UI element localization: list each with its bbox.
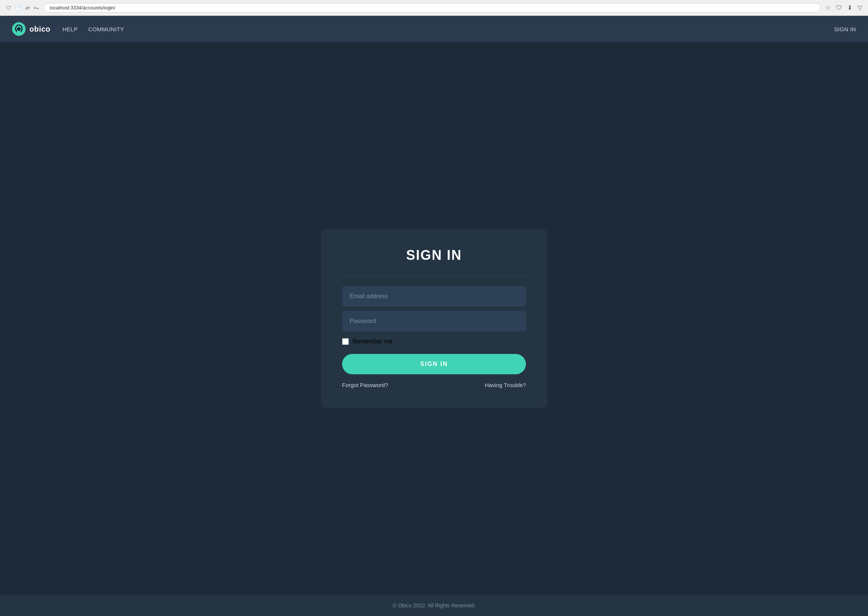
community-link[interactable]: COMMUNITY bbox=[88, 26, 124, 32]
download-icon[interactable]: ⬇ bbox=[847, 4, 852, 11]
key-icon: 🗝 bbox=[33, 5, 39, 11]
nav-links: HELP COMMUNITY bbox=[63, 26, 124, 32]
navbar-signin-link[interactable]: SIGN IN bbox=[834, 26, 856, 32]
menu-icon[interactable]: ▽ bbox=[857, 4, 862, 11]
navbar: obico HELP COMMUNITY SIGN IN bbox=[0, 16, 868, 42]
remember-me-label[interactable]: Remember me bbox=[342, 338, 526, 345]
logo-area[interactable]: obico bbox=[12, 22, 50, 36]
footer: © Obico 2022. All Rights Reserved. bbox=[0, 595, 868, 616]
logo-text: obico bbox=[29, 25, 50, 33]
card-divider bbox=[342, 275, 526, 276]
footer-copyright: © Obico 2022. All Rights Reserved. bbox=[8, 602, 860, 608]
email-input[interactable] bbox=[342, 286, 526, 306]
browser-chrome: 🛡 📄 ⇄ 🗝 localhost:3334/accounts/login/ ☆… bbox=[0, 0, 868, 16]
password-input[interactable] bbox=[342, 311, 526, 332]
forgot-password-link[interactable]: Forgot Password? bbox=[342, 382, 388, 388]
navbar-left: obico HELP COMMUNITY bbox=[12, 22, 124, 36]
signin-card: SIGN IN Remember me SIGN IN Forgot Passw… bbox=[321, 229, 547, 408]
email-form-group bbox=[342, 286, 526, 306]
remember-me-checkbox[interactable] bbox=[342, 338, 349, 345]
browser-security-icons: 🛡 📄 ⇄ 🗝 bbox=[6, 5, 39, 11]
signin-button[interactable]: SIGN IN bbox=[342, 354, 526, 374]
tab-icon: 📄 bbox=[15, 5, 22, 11]
signin-title: SIGN IN bbox=[342, 247, 526, 263]
pocket-icon[interactable]: 🛡 bbox=[836, 5, 842, 11]
shield-icon: 🛡 bbox=[6, 5, 11, 11]
password-form-group bbox=[342, 311, 526, 332]
connections-icon: ⇄ bbox=[25, 5, 30, 11]
browser-right-icons: ☆ 🛡 ⬇ ▽ bbox=[825, 4, 862, 11]
address-bar[interactable]: localhost:3334/accounts/login/ bbox=[43, 3, 821, 13]
url-text: localhost:3334/accounts/login/ bbox=[50, 5, 115, 11]
svg-point-1 bbox=[17, 27, 21, 31]
main-content: SIGN IN Remember me SIGN IN Forgot Passw… bbox=[0, 42, 868, 595]
form-links-row: Forgot Password? Having Trouble? bbox=[342, 382, 526, 388]
help-link[interactable]: HELP bbox=[63, 26, 77, 32]
having-trouble-link[interactable]: Having Trouble? bbox=[485, 382, 526, 388]
obico-logo-icon bbox=[12, 22, 25, 36]
bookmark-icon[interactable]: ☆ bbox=[825, 4, 831, 11]
remember-me-text: Remember me bbox=[353, 338, 392, 345]
